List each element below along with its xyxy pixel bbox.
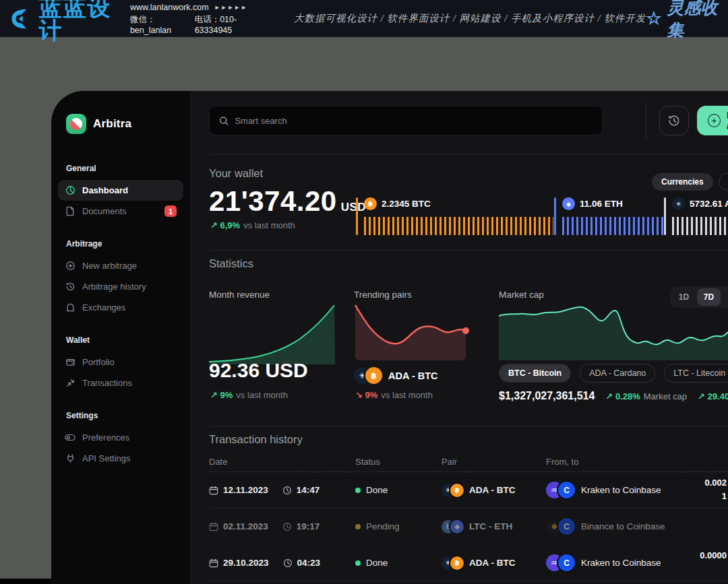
table-row[interactable]: 29.10.2023 04:23 Done ✳ ฿ ADA - BTC ♒	[209, 545, 728, 581]
month-revenue-chart	[209, 304, 335, 364]
pill-ada-cardano[interactable]: ADA - Cardano	[580, 364, 655, 383]
sidebar-item-exchanges[interactable]: Exchanges	[58, 297, 183, 318]
tx-pair: LTC - ETH	[469, 521, 512, 531]
wallet-balance: 21'374.20USD	[209, 185, 366, 218]
status-dot-done	[355, 560, 361, 566]
sidebar-item-label: Portfolio	[82, 357, 115, 367]
calendar-icon	[209, 486, 218, 495]
col-date: Date	[209, 457, 355, 467]
sidebar-item-preferences[interactable]: Preferences	[58, 427, 183, 448]
exchanges-pill[interactable]: Exchanges	[719, 173, 728, 191]
divider	[646, 102, 646, 139]
sidebar-item-transactions[interactable]: Transactions	[58, 372, 183, 393]
market-cap-chart	[499, 304, 728, 360]
tx-status: Done	[366, 558, 388, 568]
sidebar-item-label: Arbitrage history	[82, 282, 146, 292]
sidebar-item-label: Exchanges	[82, 302, 125, 313]
eth-amount: 11.06 ETH	[580, 199, 623, 209]
nav-section-general: General	[65, 164, 177, 173]
site-contact: www.lanlanwork.com ►►►►► 微信：ben_lanlan 电…	[130, 3, 259, 35]
statistics-section-title: Statistics	[209, 257, 253, 270]
clock-icon	[282, 522, 292, 531]
status-dot-done	[355, 488, 361, 493]
sidebar-item-dashboard[interactable]: Dashboard	[58, 180, 183, 201]
month-revenue-change: ↗ 9% vs last month	[210, 390, 288, 400]
arrow-icons: ►►►►►	[214, 4, 248, 11]
coinbase-icon: C	[558, 518, 575, 535]
plus-circle-icon	[65, 261, 75, 271]
inspiration-link[interactable]: ☆ 灵感收集	[646, 0, 719, 41]
pill-ltc-litecoin[interactable]: LTC - Litecoin	[664, 364, 728, 383]
btc-amount: 2.2345 BTC	[382, 199, 431, 209]
new-arbitrage-button[interactable]: + New arbitrage	[697, 106, 728, 135]
site-services: 大数据可视化设计 / 软件界面设计 / 网站建设 / 手机及小程序设计 / 软件…	[294, 12, 646, 25]
sidebar-item-api-settings[interactable]: API Settings	[58, 448, 183, 469]
tx-amount: 0.0000	[700, 549, 727, 562]
nav-section-wallet: Wallet	[65, 335, 177, 345]
tx-amount: 0.002 1	[704, 476, 727, 502]
table-row[interactable]: 02.11.2023 19:17 Pending Ł ◆ LTC - ETH	[209, 509, 728, 545]
eth-icon: ◆	[562, 197, 575, 210]
col-from-to: From, to	[546, 457, 578, 467]
tx-status: Pending	[366, 521, 400, 531]
wallet-icon	[65, 357, 75, 368]
app-logo-icon	[66, 114, 86, 134]
tx-date: 29.10.2023	[223, 558, 269, 568]
market-cap-label: Market cap	[499, 290, 544, 300]
transfer-arrows-icon	[65, 378, 75, 389]
calendar-icon	[209, 558, 218, 568]
sidebar-item-portfolio[interactable]: Portfolio	[58, 352, 183, 372]
currencies-pill[interactable]: Currencies	[652, 173, 713, 191]
history-icon	[65, 282, 75, 292]
clock-icon	[282, 486, 292, 495]
app-logo[interactable]: Arbitra	[65, 114, 177, 134]
clock-icon	[283, 558, 293, 568]
site-url[interactable]: www.lanlanwork.com	[130, 3, 209, 12]
tx-time: 19:17	[297, 521, 320, 531]
holding-btc: ฿ 2.2345 BTC	[356, 197, 553, 235]
col-status: Status	[355, 457, 442, 467]
eth-bars	[562, 217, 664, 235]
ada-icon: ✳	[672, 197, 685, 210]
holding-eth: ◆ 11.06 ETH	[554, 197, 664, 235]
tx-pair: ADA - BTC	[469, 558, 516, 568]
toggle-icon	[65, 432, 75, 443]
search-input[interactable]	[235, 116, 593, 126]
transactions-section-title: Transaction history	[209, 433, 303, 446]
search-bar[interactable]	[209, 106, 603, 135]
market-cap-stats: $1,327,027,361,514 ↗ 0.28% Market cap ↗ …	[499, 390, 728, 402]
wallet-section-title: Your wallet	[209, 167, 263, 180]
divider	[209, 426, 728, 426]
dashboard-card: Arbitra General Dashboard Documents 1 Ar…	[51, 91, 728, 584]
coinbase-icon: C	[558, 482, 575, 498]
table-row[interactable]: 12.11.2023 14:47 Done ✳ ฿ ADA - BTC ♒	[209, 472, 728, 509]
trending-pairs-label: Trending pairs	[354, 290, 412, 300]
sidebar-item-arbitrage-history[interactable]: Arbitrage history	[58, 276, 183, 297]
tx-from-to: Kraken to Coinbase	[581, 485, 661, 495]
calendar-icon	[209, 522, 218, 531]
tx-date: 12.11.2023	[223, 485, 268, 495]
inspiration-label: 灵感收集	[667, 0, 719, 41]
month-revenue-value: 92.36 USD	[209, 359, 308, 382]
pie-chart-icon	[65, 185, 75, 196]
tx-time: 04:23	[297, 558, 321, 568]
sidebar-item-new-arbitrage[interactable]: New arbitrage	[58, 255, 183, 276]
status-dot-pending	[355, 524, 361, 529]
month-revenue-label: Month revenue	[209, 290, 270, 300]
sidebar-item-documents[interactable]: Documents 1	[58, 201, 183, 222]
app-brand: Arbitra	[93, 117, 131, 131]
btc-icon: ฿	[365, 367, 382, 384]
market-cap-value: $1,327,027,361,514	[499, 390, 595, 402]
history-button[interactable]	[659, 106, 689, 135]
sidebar: Arbitra General Dashboard Documents 1 Ar…	[51, 91, 190, 584]
tx-pair: ADA - BTC	[469, 485, 516, 495]
plus-circle-icon: +	[708, 114, 721, 127]
pill-btc-bitcoin[interactable]: BTC - Bitcoin	[499, 364, 571, 383]
bank-icon	[65, 302, 75, 313]
tx-from-to: Binance to Coinbase	[581, 521, 665, 531]
search-icon	[219, 116, 229, 126]
market-cap-coin-pills: BTC - Bitcoin ADA - Cardano LTC - Liteco…	[499, 364, 728, 383]
site-logo[interactable]: 蓝蓝设计	[9, 0, 118, 42]
documents-badge: 1	[164, 205, 177, 217]
trending-pair-label: ADA - BTC	[388, 370, 438, 381]
